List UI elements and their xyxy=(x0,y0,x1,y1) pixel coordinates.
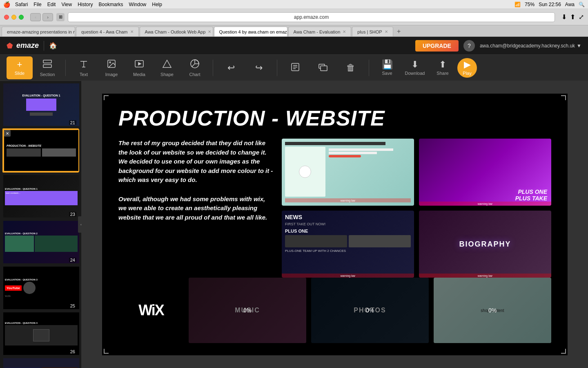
forward-button[interactable]: › xyxy=(42,13,53,21)
slide-bottom-music[interactable]: MUSIC 0% xyxy=(189,278,306,343)
undo-button[interactable]: ↩ xyxy=(218,56,244,79)
share-icon[interactable]: ⬆ xyxy=(570,13,575,21)
share-label: Share xyxy=(437,71,448,76)
svg-point-3 xyxy=(109,62,111,63)
menu-safari[interactable]: Safari xyxy=(15,2,28,7)
slide-bottom-photos[interactable]: PHOTOS 0% xyxy=(311,278,429,343)
user-email: awa.cham@bridgeacademy.hackney.sch.uk xyxy=(480,43,575,49)
share-button[interactable]: ⬆ Share xyxy=(430,56,456,79)
image-label: Image xyxy=(105,72,118,77)
menu-edit[interactable]: Edit xyxy=(47,2,56,7)
svg-marker-6 xyxy=(163,60,171,67)
music-loading-overlay: 0% xyxy=(189,278,306,343)
browser-toolbar: ‹ › ⊞ app.emaze.com ⬇ ⬆ ⤢ xyxy=(0,9,588,25)
slide-canvas[interactable]: PRODUCTION - WEBSITE The rest of my grou… xyxy=(102,94,568,355)
chart-icon xyxy=(190,59,200,70)
add-section-button[interactable]: Section xyxy=(34,56,60,79)
download-button[interactable]: ⬇ Download xyxy=(402,56,428,79)
tab-6-close[interactable]: ✕ xyxy=(385,29,388,34)
slide-paragraph-2[interactable]: Overall, although we had some problems w… xyxy=(118,195,274,222)
menu-file[interactable]: File xyxy=(33,2,41,7)
home-icon[interactable]: 🏠 xyxy=(49,42,57,49)
slide-image-news[interactable]: NEWS FIRST TAKE OUT NOW! PLUS ONE PLUS-O… xyxy=(282,211,414,278)
address-bar[interactable]: app.emaze.com xyxy=(68,12,555,22)
slide-thumbnail-22[interactable]: PRODUCTION - WEBSITE ✕ xyxy=(2,128,79,173)
user-info: awa.cham@bridgeacademy.hackney.sch.uk ▼ xyxy=(480,43,581,49)
tab-6[interactable]: plus | SHOP ✕ xyxy=(352,27,393,36)
slide-title[interactable]: PRODUCTION - WEBSITE xyxy=(118,106,551,130)
menu-view[interactable]: View xyxy=(61,2,72,7)
tabs-bar: emaze-amazing presentations in mi... ✕ q… xyxy=(0,25,588,37)
slide-image-band-photo[interactable]: PLUS ONEPLUS TAKE warning bar xyxy=(419,139,551,206)
tab-5-close[interactable]: ✕ xyxy=(343,29,346,34)
add-shape-button[interactable]: Shape xyxy=(154,56,180,79)
slide-num-23: 23 xyxy=(69,212,76,217)
battery-level: 75% xyxy=(525,2,535,7)
back-button[interactable]: ‹ xyxy=(30,13,41,21)
tab-3-close[interactable]: ✕ xyxy=(208,29,211,34)
slide-num-26: 26 xyxy=(69,349,76,354)
fullscreen-button[interactable] xyxy=(19,15,24,20)
add-chart-button[interactable]: Chart xyxy=(182,56,208,79)
menu-bookmarks[interactable]: Bookmarks xyxy=(99,2,123,7)
minimize-button[interactable] xyxy=(11,15,16,20)
delete-button[interactable]: 🗑 xyxy=(338,56,364,79)
tab-5[interactable]: Awa Cham - Evaluation ✕ xyxy=(288,27,352,36)
menu-window[interactable]: Window xyxy=(129,2,147,7)
add-image-button[interactable]: Image xyxy=(98,56,125,79)
menu-history[interactable]: History xyxy=(78,2,93,7)
tab-5-label: Awa Cham - Evaluation xyxy=(294,29,341,34)
slide-delete-22[interactable]: ✕ xyxy=(4,130,11,137)
text-icon xyxy=(79,59,89,70)
slide-thumbnail-26[interactable]: EVALUATION - QUESTION 4 26 xyxy=(2,312,79,356)
add-media-button[interactable]: Media xyxy=(126,56,152,79)
search-icon[interactable]: 🔍 xyxy=(579,2,585,7)
slide-thumbnail-27[interactable]: WHAT WENTWELL EVEN BETTERIF xyxy=(2,357,79,368)
slide-image-biography[interactable]: BIOGRAPHY warning bar xyxy=(419,211,551,278)
new-tab-button[interactable]: + xyxy=(394,27,404,36)
media-icon xyxy=(134,59,144,70)
tab-3[interactable]: Awa Cham - Outlook Web App ✕ xyxy=(140,27,213,36)
toolbar-separator-3 xyxy=(277,60,277,76)
tab-view-button[interactable]: ⊞ xyxy=(56,13,65,21)
help-button[interactable]: ? xyxy=(463,40,475,52)
redo-button[interactable]: ↪ xyxy=(246,56,272,79)
play-label: Play xyxy=(463,71,471,76)
tab-2-close[interactable]: ✕ xyxy=(130,29,134,34)
play-button[interactable]: ▶ Play xyxy=(457,58,477,78)
fullscreen-icon[interactable]: ⤢ xyxy=(579,13,584,21)
slide-thumbnail-24[interactable]: EVALUATION - QUESTION 2 24 xyxy=(2,220,79,264)
slides-panel-button[interactable] xyxy=(310,56,336,79)
upgrade-button[interactable]: UPGRADE xyxy=(415,40,459,52)
add-text-button[interactable]: Text xyxy=(71,56,97,79)
add-slide-button[interactable]: + Slide xyxy=(7,56,33,79)
apple-icon[interactable]: 🍎 xyxy=(3,1,10,8)
close-button[interactable] xyxy=(4,15,9,20)
slide-paragraph-1[interactable]: The rest of my group decided that they d… xyxy=(118,139,274,185)
user-dropdown-icon[interactable]: ▼ xyxy=(577,43,581,49)
slide-image-web-shop[interactable]: warning bar xyxy=(282,139,414,206)
slide-thumbnail-23[interactable]: EVALUATION - QUESTION 1 text content... … xyxy=(2,174,79,218)
add-slide-icon: + xyxy=(17,60,22,69)
tab-2[interactable]: question 4 - Awa Cham ✕ xyxy=(76,27,139,36)
slide-thumbnail-21[interactable]: EVALUATION - QUESTION 1 21 xyxy=(2,83,79,127)
save-button[interactable]: 💾 Save xyxy=(374,56,400,79)
section-icon xyxy=(42,59,52,70)
tab-4-label: Question 4 by awa.cham on emaze xyxy=(219,29,287,34)
download-label: Download xyxy=(405,71,425,76)
nav-buttons: ‹ › xyxy=(30,13,53,21)
tab-1[interactable]: emaze-amazing presentations in mi... ✕ xyxy=(2,27,75,36)
notes-button[interactable] xyxy=(282,56,308,79)
slide-bottom-shop[interactable]: shop content 0% xyxy=(434,278,551,343)
emaze-app: ⬟ emaze 🏠 UPGRADE ? awa.cham@bridgeacade… xyxy=(0,37,588,368)
slide-content: PRODUCTION - WEBSITE The rest of my grou… xyxy=(102,94,568,355)
svg-rect-1 xyxy=(43,65,51,67)
tab-4[interactable]: Question 4 by awa.cham on emaze ✕ xyxy=(214,27,287,36)
download-icon[interactable]: ⬇ xyxy=(561,13,567,21)
undo-icon: ↩ xyxy=(227,63,235,72)
slide-thumbnail-25[interactable]: EVALUATION - QUESTION 3 YouTube VLOG 25 xyxy=(2,266,79,310)
save-icon: 💾 xyxy=(382,60,393,69)
slide-images-row-top: warning bar PLUS ONEPLUS TAKE warning ba… xyxy=(282,139,551,206)
menu-help[interactable]: Help xyxy=(152,2,162,7)
sidebar-collapse-button[interactable]: ‹ xyxy=(78,216,82,233)
